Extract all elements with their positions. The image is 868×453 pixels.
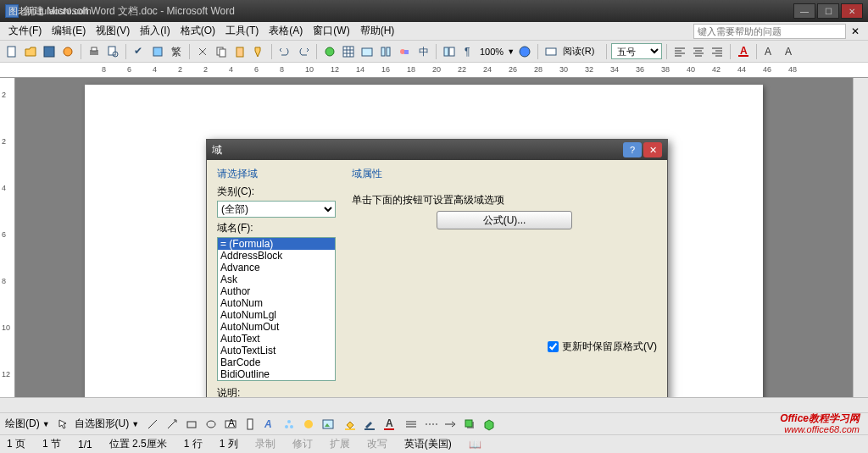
line-style-icon[interactable] — [403, 416, 420, 433]
formula-button[interactable]: 公式(U)... — [437, 211, 572, 229]
show-marks-icon[interactable]: ¶ — [459, 43, 476, 60]
category-select[interactable]: (全部) — [217, 201, 336, 218]
menu-window[interactable]: 窗口(W) — [308, 22, 354, 40]
chinese-layout-icon[interactable]: 中 — [415, 43, 431, 60]
field-list-item[interactable]: = (Formula) — [218, 238, 335, 250]
3d-icon[interactable] — [481, 416, 498, 433]
menu-file[interactable]: 文件(F) — [3, 22, 47, 40]
help-icon[interactable] — [516, 43, 533, 60]
maximize-button[interactable]: ☐ — [817, 3, 839, 19]
select-objects-icon[interactable] — [55, 416, 72, 433]
textbox-icon[interactable]: A — [222, 416, 239, 433]
svg-rect-44 — [345, 428, 355, 430]
spellcheck-icon[interactable]: ✔ — [131, 43, 147, 60]
zoom-value[interactable]: 100% — [478, 47, 505, 57]
preserve-format-checkbox[interactable] — [548, 341, 559, 352]
research-icon[interactable] — [149, 43, 166, 60]
field-list-item[interactable]: AutoNumLgl — [218, 309, 335, 321]
align-center-icon[interactable] — [690, 43, 707, 60]
menu-insert[interactable]: 插入(I) — [135, 22, 175, 40]
vertical-ruler[interactable]: 224681012 — [0, 78, 15, 397]
doc-close-icon[interactable]: ✕ — [846, 24, 865, 39]
menu-help[interactable]: 帮助(H) — [355, 22, 400, 40]
picture-icon[interactable] — [320, 416, 337, 433]
clipart-icon[interactable] — [300, 416, 317, 433]
print-preview-icon[interactable] — [104, 43, 121, 60]
menu-edit[interactable]: 编辑(E) — [47, 22, 91, 40]
align-right-icon[interactable] — [709, 43, 726, 60]
field-list-item[interactable]: AutoNumOut — [218, 321, 335, 333]
field-list-item[interactable]: BidiOutline — [218, 368, 335, 380]
diagram-icon[interactable] — [281, 416, 298, 433]
horizontal-scrollbar[interactable] — [0, 397, 868, 412]
grow-font-icon[interactable]: A — [761, 43, 778, 60]
menu-view[interactable]: 视图(V) — [91, 22, 135, 40]
field-name-listbox[interactable]: = (Formula)AddressBlockAdvanceAskAuthorA… — [217, 237, 336, 381]
field-list-item[interactable]: AutoTextList — [218, 345, 335, 356]
field-list-item[interactable]: Advance — [218, 262, 335, 273]
close-button[interactable]: ✕ — [841, 3, 863, 19]
field-list-item[interactable]: AddressBlock — [218, 250, 335, 262]
line-icon[interactable] — [144, 416, 161, 433]
menu-format[interactable]: 格式(O) — [175, 22, 220, 40]
menu-tools[interactable]: 工具(T) — [220, 22, 264, 40]
permission-icon[interactable] — [59, 43, 76, 60]
columns-icon[interactable] — [377, 43, 394, 60]
field-list-item[interactable]: BarCode — [218, 356, 335, 368]
line-color-icon[interactable] — [361, 416, 378, 433]
field-list-item[interactable]: Comments — [218, 380, 335, 381]
horizontal-ruler[interactable]: 8642246810121416182022242628303234363840… — [0, 63, 868, 78]
wordart-icon[interactable]: A — [261, 416, 278, 433]
open-icon[interactable] — [22, 43, 39, 60]
field-list-item[interactable]: AutoText — [218, 333, 335, 345]
redo-icon[interactable] — [295, 43, 312, 60]
format-painter-icon[interactable] — [250, 43, 267, 60]
arrow-style-icon[interactable] — [442, 416, 459, 433]
undo-icon[interactable] — [276, 43, 293, 60]
doc-map-icon[interactable] — [441, 43, 458, 60]
help-search-input[interactable] — [693, 24, 846, 39]
vertical-scrollbar[interactable] — [853, 78, 868, 397]
arrow-icon[interactable] — [164, 416, 181, 433]
field-list-item[interactable]: AutoNum — [218, 297, 335, 309]
read-mode-label[interactable]: 阅读(R) — [561, 45, 596, 58]
cut-icon[interactable] — [194, 43, 211, 60]
preserve-format-label: 更新时保留原格式(V) — [562, 340, 657, 354]
copy-icon[interactable] — [213, 43, 230, 60]
vertical-textbox-icon[interactable] — [242, 416, 259, 433]
status-lang[interactable]: 英语(美国) — [404, 437, 452, 451]
menu-table[interactable]: 表格(A) — [264, 22, 308, 40]
fill-color-icon[interactable] — [342, 416, 359, 433]
draw-menu[interactable]: 绘图(D) — [5, 417, 40, 431]
shrink-font-icon[interactable]: A — [780, 43, 797, 60]
new-doc-icon[interactable] — [3, 43, 20, 60]
font-size-combo[interactable]: 五号 — [611, 43, 662, 59]
insert-table-icon[interactable] — [359, 43, 376, 60]
hyperlink-icon[interactable] — [321, 43, 338, 60]
font-color-draw-icon[interactable]: A — [381, 416, 398, 433]
table-grid-icon[interactable] — [340, 43, 357, 60]
autoshapes-menu[interactable]: 自选图形(U) — [75, 417, 130, 431]
align-left-icon[interactable] — [671, 43, 688, 60]
svg-text:A: A — [740, 45, 748, 57]
paste-icon[interactable] — [231, 43, 248, 60]
dialog-close-button[interactable]: ✕ — [643, 142, 662, 157]
rectangle-icon[interactable] — [183, 416, 200, 433]
dialog-help-button[interactable]: ? — [623, 142, 642, 157]
read-mode-icon[interactable] — [542, 43, 559, 60]
svg-rect-19 — [404, 50, 409, 54]
font-color-icon[interactable]: A — [735, 43, 752, 60]
status-book-icon[interactable]: 📖 — [469, 439, 481, 450]
drawing-icon[interactable] — [396, 43, 413, 60]
minimize-button[interactable]: — — [793, 3, 815, 19]
shadow-icon[interactable] — [461, 416, 478, 433]
field-list-item[interactable]: Author — [218, 285, 335, 297]
print-icon[interactable] — [86, 43, 103, 60]
field-list-item[interactable]: Ask — [218, 273, 335, 285]
svg-rect-12 — [236, 47, 243, 57]
oval-icon[interactable] — [203, 416, 220, 433]
save-icon[interactable] — [41, 43, 58, 60]
translate-icon[interactable]: 繁 — [168, 43, 185, 60]
dash-style-icon[interactable] — [422, 416, 439, 433]
svg-rect-14 — [343, 47, 353, 57]
